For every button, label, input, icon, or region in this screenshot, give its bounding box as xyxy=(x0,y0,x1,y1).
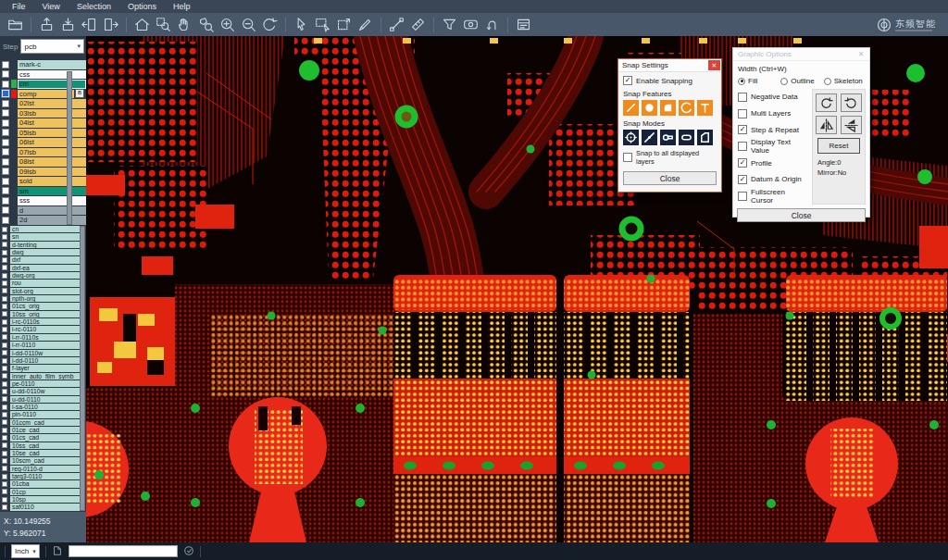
graphic-option[interactable]: Display Text Value xyxy=(738,138,809,155)
layer-row[interactable]: 04lst xyxy=(0,118,86,128)
layer-visibility-checkbox[interactable] xyxy=(2,497,7,503)
layer-visibility-checkbox[interactable] xyxy=(2,100,9,107)
layer-row[interactable]: cm xyxy=(0,80,86,89)
select-window-button[interactable] xyxy=(313,15,332,34)
radio-icon[interactable] xyxy=(824,78,831,85)
doc-layer-row[interactable]: u-dd-0110 xyxy=(0,396,86,403)
layer-visibility-checkbox[interactable] xyxy=(2,396,7,402)
layer-visibility-checkbox[interactable] xyxy=(2,168,9,175)
doc-layer-row[interactable]: 10ss_cad xyxy=(0,442,86,449)
snap-close-button[interactable]: Close xyxy=(623,171,717,185)
doc-layer-row[interactable]: 01ce_cad xyxy=(0,427,86,433)
enable-snapping-option[interactable]: ✓ Enable Snapping xyxy=(618,72,721,87)
command-input[interactable] xyxy=(69,545,178,557)
snap-surface-button[interactable] xyxy=(660,100,676,116)
menu-selection[interactable]: Selection xyxy=(69,0,119,13)
layer-visibility-checkbox[interactable] xyxy=(2,90,9,97)
snap-line-button[interactable] xyxy=(623,100,639,116)
doc-layer-row[interactable]: 01cp xyxy=(0,489,86,495)
checkbox-icon[interactable]: ✓ xyxy=(738,175,747,184)
layer-row[interactable]: sold xyxy=(0,177,86,186)
layer-visibility-checkbox[interactable] xyxy=(2,257,7,263)
layer-visibility-checkbox[interactable] xyxy=(2,442,7,448)
doc-layer-row[interactable]: 01cs_orig xyxy=(0,303,86,309)
layer-visibility-checkbox[interactable] xyxy=(2,250,7,255)
next-step-button[interactable] xyxy=(101,15,120,34)
menu-help[interactable]: Help xyxy=(165,0,199,13)
graphic-option[interactable]: Fullscreen Cursor xyxy=(738,188,809,205)
checkbox-icon[interactable] xyxy=(738,142,747,151)
checkbox-icon[interactable]: ✓ xyxy=(623,76,632,85)
reset-button[interactable]: Reset xyxy=(817,138,860,154)
checkbox-icon[interactable] xyxy=(738,109,747,118)
layer-row[interactable]: 2d xyxy=(0,216,86,225)
doc-layer-scrollbar[interactable] xyxy=(80,226,85,511)
measure-ruler-button[interactable] xyxy=(408,15,428,34)
script-page-icon[interactable] xyxy=(52,543,63,560)
layer-visibility-checkbox[interactable] xyxy=(2,296,7,302)
filter-button[interactable] xyxy=(440,15,459,34)
radio-icon[interactable] xyxy=(738,78,745,85)
run-command-icon[interactable] xyxy=(183,543,194,560)
layer-visibility-checkbox[interactable] xyxy=(2,319,7,325)
open-folder-button[interactable] xyxy=(6,15,25,34)
menu-view[interactable]: View xyxy=(34,0,69,13)
export-board-button[interactable] xyxy=(58,15,78,34)
doc-layer-row[interactable]: i-rr-0110 xyxy=(0,342,86,348)
layer-visibility-checkbox[interactable] xyxy=(2,419,7,425)
layer-row[interactable]: sss xyxy=(0,196,86,205)
layer-visibility-checkbox[interactable] xyxy=(2,358,7,364)
layer-visibility-checkbox[interactable] xyxy=(2,129,9,136)
rotate-cw-button[interactable] xyxy=(816,93,837,112)
zoom-in-button[interactable] xyxy=(218,15,237,34)
layer-visibility-checkbox[interactable] xyxy=(2,342,7,348)
layer-visibility-checkbox[interactable] xyxy=(2,187,9,194)
layer-visibility-checkbox[interactable] xyxy=(2,119,9,127)
doc-layer-row[interactable]: f-layer xyxy=(0,365,86,371)
layer-row[interactable]: 02lst xyxy=(0,99,86,108)
doc-layer-row[interactable]: d-tenting xyxy=(0,242,86,248)
snap-arc-button[interactable] xyxy=(679,100,694,116)
flip-vertical-button[interactable] xyxy=(841,116,862,134)
doc-layer-row[interactable]: 10scm_cad xyxy=(0,457,86,464)
layer-row[interactable]: mark-c xyxy=(0,60,86,69)
doc-layer-row[interactable]: dxf-ea xyxy=(0,265,86,271)
menu-options[interactable]: Options xyxy=(119,0,165,13)
snap-text-button[interactable] xyxy=(697,100,713,116)
layer-visibility-checkbox[interactable] xyxy=(2,412,7,417)
zoom-out-button[interactable] xyxy=(239,15,258,34)
doc-layer-row[interactable]: i-dd-0110w xyxy=(0,350,86,356)
layer-visibility-checkbox[interactable] xyxy=(2,217,9,224)
doc-layer-row[interactable]: sn xyxy=(0,233,86,240)
highlight-eye-button[interactable] xyxy=(461,15,480,34)
mode-slot-open-button[interactable] xyxy=(679,130,694,145)
doc-layer-row[interactable]: 10sp xyxy=(0,496,86,503)
layer-row[interactable]: 07lsb xyxy=(0,148,86,157)
snap-pad-button[interactable] xyxy=(642,100,657,116)
doc-layer-row[interactable]: pin-0110 xyxy=(0,411,86,417)
prev-step-button[interactable] xyxy=(80,15,99,34)
board-layer-scrollbar[interactable] xyxy=(67,71,72,225)
width-mode-outline[interactable]: Outline xyxy=(780,77,821,85)
doc-layer-row[interactable]: dxf xyxy=(0,256,86,263)
layer-visibility-checkbox[interactable] xyxy=(2,350,7,355)
layer-visibility-checkbox[interactable] xyxy=(2,474,7,479)
checkbox-icon[interactable] xyxy=(623,153,632,162)
radio-icon[interactable] xyxy=(780,78,788,85)
doc-layer-row[interactable]: reg-0110-d xyxy=(0,466,86,472)
layer-visibility-checkbox[interactable] xyxy=(2,109,9,117)
measure-point-button[interactable] xyxy=(387,15,406,34)
doc-layer-row[interactable]: 01ccm_cad xyxy=(0,419,86,426)
layer-visibility-checkbox[interactable] xyxy=(2,304,7,309)
doc-layer-row[interactable]: inner_auto_film_symb xyxy=(0,373,86,380)
layer-visibility-checkbox[interactable] xyxy=(2,234,7,240)
doc-layer-row[interactable]: npth-org xyxy=(0,295,86,302)
loopback-button[interactable] xyxy=(482,15,502,34)
layer-row[interactable]: compB xyxy=(0,90,86,99)
doc-layer-row[interactable]: dwg xyxy=(0,249,86,255)
properties-panel-button[interactable] xyxy=(514,15,533,34)
doc-layer-row[interactable]: 01cba xyxy=(0,480,86,487)
graphic-option[interactable]: Multi Layers xyxy=(738,106,809,122)
doc-layer-row[interactable]: i-rc-0110 xyxy=(0,326,86,332)
checkbox-icon[interactable] xyxy=(738,93,747,102)
